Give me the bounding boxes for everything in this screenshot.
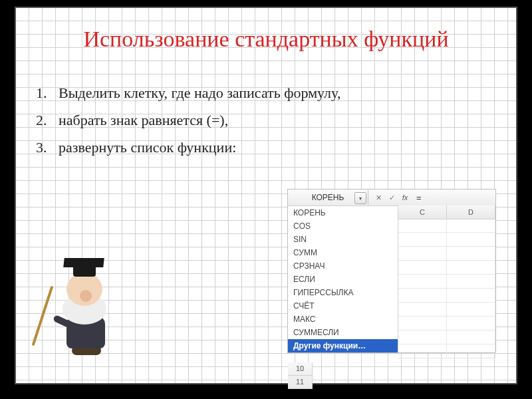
table-row [398, 247, 495, 261]
dropdown-item-selected[interactable]: Другие функции… [288, 339, 398, 352]
list-number: 2. [36, 108, 59, 132]
table-row [398, 303, 495, 317]
dropdown-item[interactable]: COS [288, 219, 398, 233]
function-dropdown[interactable]: КОРЕНЬ COS SIN СУММ СРЗНАЧ ЕСЛИ ГИПЕРССЫ… [288, 206, 398, 352]
excel-screenshot: КОРЕНЬ ▾ ✕ ✓ fx = C D КОРЕНЬ COS SIN СУМ… [287, 189, 496, 353]
cell[interactable] [398, 344, 447, 358]
cell[interactable] [398, 317, 447, 330]
row-header[interactable]: 10 [288, 362, 312, 376]
list-text: Выделить клетку, где надо записать форму… [59, 81, 340, 104]
formula-bar-buttons: ✕ ✓ fx [372, 192, 411, 203]
row-header[interactable]: 11 [288, 376, 312, 389]
table-row [398, 289, 495, 303]
table-row [398, 233, 495, 247]
cell[interactable] [398, 275, 447, 288]
graduation-cap-base [73, 265, 96, 277]
fx-icon[interactable]: fx [399, 192, 411, 203]
formula-bar-row: КОРЕНЬ ▾ ✕ ✓ fx = [288, 190, 495, 206]
list-item: 2. набрать знак равняется (=), [36, 108, 496, 132]
cell[interactable] [398, 233, 447, 246]
dropdown-item[interactable]: СУММЕСЛИ [288, 326, 398, 339]
cell[interactable] [398, 331, 447, 344]
dropdown-item[interactable]: МАКС [288, 313, 398, 326]
cell[interactable] [447, 344, 495, 358]
cell[interactable] [447, 233, 495, 246]
dropdown-item[interactable]: СРЗНАЧ [288, 259, 398, 273]
accept-icon[interactable]: ✓ [386, 192, 398, 203]
slide-frame: Использование стандартных функций 1. Выд… [15, 7, 517, 384]
cell[interactable] [398, 303, 447, 316]
cell[interactable] [447, 303, 495, 316]
cancel-icon[interactable]: ✕ [372, 192, 384, 203]
list-number: 1. [36, 81, 59, 104]
formula-bar-input[interactable]: = [416, 193, 422, 203]
dropdown-item[interactable]: ГИПЕРССЫЛКА [288, 286, 398, 299]
cell[interactable] [447, 289, 495, 302]
cell[interactable] [398, 219, 447, 232]
list-number: 3. [36, 136, 59, 159]
pointer-stick [32, 286, 54, 346]
list-text: развернуть список функции: [59, 136, 236, 159]
dropdown-item[interactable]: СУММ [288, 246, 398, 259]
list-text: набрать знак равняется (=), [59, 108, 228, 132]
table-row [398, 317, 495, 331]
cell[interactable] [398, 247, 447, 260]
table-row [398, 261, 495, 275]
dropdown-item[interactable]: КОРЕНЬ [288, 206, 398, 219]
prof-nose [80, 290, 92, 302]
dropdown-item[interactable]: ЕСЛИ [288, 273, 398, 286]
column-headers: C D [398, 205, 495, 219]
cell[interactable] [447, 317, 495, 330]
cell[interactable] [447, 331, 495, 344]
chevron-down-icon[interactable]: ▾ [354, 192, 366, 204]
row-headers: 10 11 [288, 362, 313, 389]
cell[interactable] [447, 247, 495, 260]
instruction-list: 1. Выделить клетку, где надо записать фо… [36, 81, 496, 164]
cell[interactable] [447, 261, 495, 274]
list-item: 3. развернуть список функции: [36, 136, 496, 159]
column-header[interactable]: D [447, 205, 495, 219]
slide: Использование стандартных функций 1. Выд… [0, 0, 532, 399]
table-row [398, 344, 495, 358]
cell[interactable] [447, 219, 495, 232]
cell[interactable] [398, 289, 447, 302]
table-row [398, 331, 495, 344]
cell[interactable] [398, 261, 447, 274]
cells-area [398, 219, 495, 352]
column-header[interactable]: C [398, 205, 447, 219]
name-box[interactable]: КОРЕНЬ ▾ [288, 190, 368, 205]
list-item: 1. Выделить клетку, где надо записать фо… [36, 81, 496, 104]
name-box-value: КОРЕНЬ [312, 193, 344, 202]
table-row [398, 219, 495, 233]
table-row [398, 275, 495, 289]
cell[interactable] [447, 275, 495, 288]
slide-title: Использование стандартных функций [16, 27, 516, 52]
dropdown-item[interactable]: СЧЁТ [288, 299, 398, 313]
professor-illustration [40, 258, 126, 358]
dropdown-item[interactable]: SIN [288, 233, 398, 246]
